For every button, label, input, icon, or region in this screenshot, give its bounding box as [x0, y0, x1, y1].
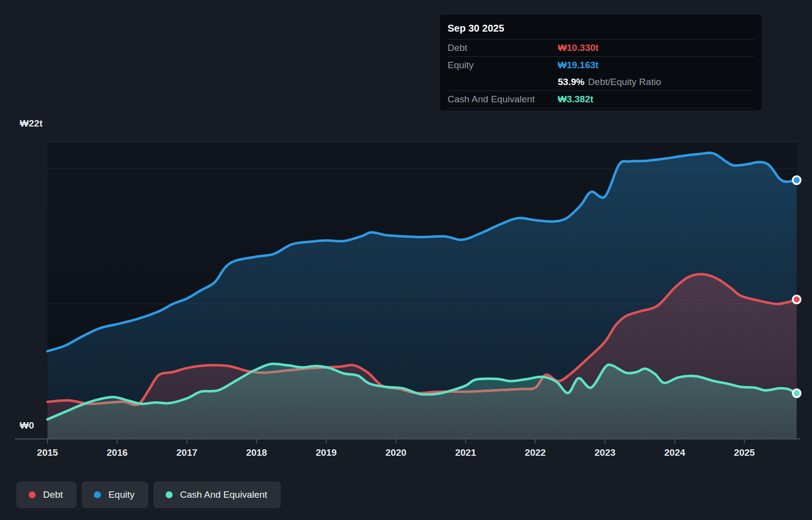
svg-text:2020: 2020	[386, 447, 406, 458]
svg-text:2015: 2015	[37, 447, 58, 458]
legend-debt-label: Debt	[43, 489, 63, 500]
svg-text:2023: 2023	[594, 447, 615, 458]
svg-text:2016: 2016	[107, 447, 128, 458]
tooltip-equity-label: Equity	[448, 60, 558, 71]
svg-text:2021: 2021	[455, 447, 476, 458]
tooltip-row-ratio: 53.9%Debt/Equity Ratio	[448, 74, 754, 91]
tooltip-ratio-value: 53.9%	[558, 77, 585, 87]
legend: Debt Equity Cash And Equivalent	[16, 481, 281, 508]
tooltip-cash-label: Cash And Equivalent	[448, 94, 558, 105]
svg-text:2017: 2017	[177, 447, 197, 458]
debt-equity-chart-page: 2015201620172018201920202021202220232024…	[0, 0, 812, 520]
debt-series-dot-icon	[29, 491, 36, 498]
tooltip-debt-value: ₩10.330t	[558, 43, 598, 53]
tooltip-row-debt: Debt ₩10.330t	[448, 40, 754, 57]
y-axis-label-top: ₩22t	[20, 118, 43, 129]
svg-text:2018: 2018	[246, 447, 267, 458]
svg-text:2022: 2022	[525, 447, 545, 458]
legend-cash-label: Cash And Equivalent	[180, 489, 267, 500]
chart-tooltip: Sep 30 2025 Debt ₩10.330t Equity ₩19.163…	[440, 15, 762, 110]
cash-series-dot-icon	[166, 491, 173, 498]
y-axis-label-zero: ₩0	[20, 420, 34, 431]
legend-equity-label: Equity	[108, 489, 135, 500]
tooltip-cash-value: ₩3.382t	[558, 94, 593, 105]
tooltip-row-cash: Cash And Equivalent ₩3.382t	[448, 91, 754, 108]
legend-item-cash[interactable]: Cash And Equivalent	[153, 481, 281, 508]
svg-text:2025: 2025	[734, 447, 755, 458]
tooltip-date: Sep 30 2025	[448, 20, 754, 40]
tooltip-equity-value: ₩19.163t	[558, 60, 598, 71]
tooltip-ratio-label: Debt/Equity Ratio	[588, 77, 661, 87]
tooltip-row-equity: Equity ₩19.163t	[448, 57, 754, 74]
svg-text:2019: 2019	[316, 447, 337, 458]
legend-item-debt[interactable]: Debt	[16, 481, 77, 508]
tooltip-debt-label: Debt	[448, 43, 558, 53]
equity-series-dot-icon	[94, 491, 101, 498]
legend-item-equity[interactable]: Equity	[82, 481, 148, 508]
svg-text:2024: 2024	[664, 447, 685, 458]
